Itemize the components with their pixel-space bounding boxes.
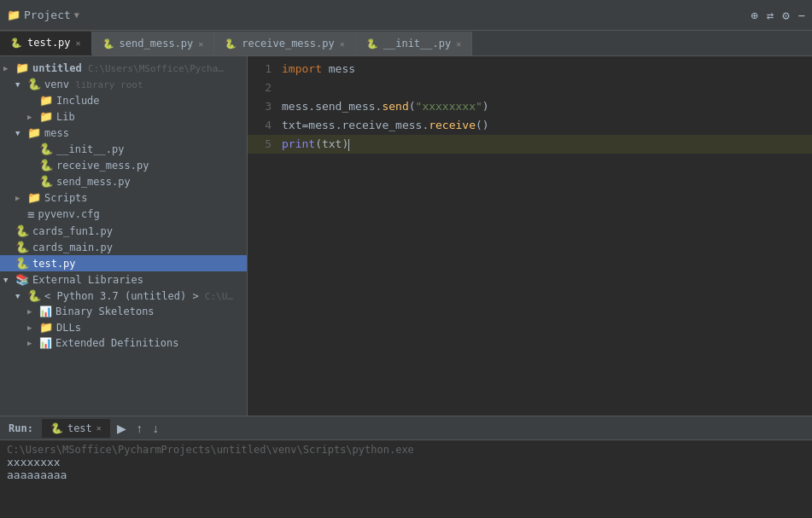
- line-number-4: 4: [248, 116, 282, 135]
- venv-icon: 🐍: [27, 78, 41, 90]
- folder-icon-external-libs: 📚: [15, 273, 29, 286]
- arrow-scripts: ▶: [15, 194, 27, 202]
- code-line-1: 1 import mess: [248, 60, 812, 79]
- run-play-button[interactable]: ▶: [114, 420, 130, 437]
- label-mess: mess: [44, 127, 69, 139]
- sidebar-item-untitled[interactable]: ▶ 📁 untitled C:\Users\MSoffice\Pycha…: [0, 60, 247, 76]
- add-module-icon[interactable]: ⊕: [751, 9, 757, 22]
- sidebar-item-pyvenv-cfg[interactable]: ≡ pyvenv.cfg: [0, 206, 247, 223]
- label-receive-mess-py: receive_mess.py: [56, 160, 149, 172]
- run-up-button[interactable]: ↑: [133, 420, 146, 437]
- label-send-mess-py: send_mess.py: [56, 176, 131, 188]
- run-down-button[interactable]: ↓: [149, 420, 162, 437]
- sidebar-item-receive-mess-py[interactable]: 🐍 receive_mess.py: [0, 157, 247, 173]
- project-label: Project: [24, 9, 71, 21]
- arrow-extended-defs: ▶: [27, 339, 39, 347]
- tab-close-init-py[interactable]: ✕: [456, 39, 461, 49]
- sidebar-item-venv[interactable]: ▼ 🐍 venv library root: [0, 76, 247, 92]
- top-bar: 📁 Project ▼ ⊕ ⇄ ⚙ −: [0, 0, 812, 31]
- line-content-1: import mess: [282, 60, 812, 79]
- line-number-5: 5: [248, 135, 282, 154]
- label-include: Include: [56, 95, 100, 107]
- sidebar-item-cards-main-py[interactable]: 🐍 cards_main.py: [0, 239, 247, 255]
- label-dlls: DLLs: [56, 322, 81, 334]
- tab-test-py[interactable]: 🐍 test.py ✕: [0, 32, 92, 55]
- file-icon-cards-fun1-py: 🐍: [15, 224, 29, 237]
- bottom-panel: Run: 🐍 test ✕ ▶ ↑ ↓ C:\Users\MSoffice\Py…: [0, 416, 812, 518]
- sidebar-item-binary-skeletons[interactable]: ▶ 📊 Binary Skeletons: [0, 304, 247, 319]
- sidebar-item-dlls[interactable]: ▶ 📁 DLLs: [0, 319, 247, 335]
- main-layout: ▶ 📁 untitled C:\Users\MSoffice\Pycha… ▼ …: [0, 56, 812, 416]
- line-number-2: 2: [248, 79, 282, 97]
- arrow-dlls: ▶: [27, 323, 39, 332]
- sidebar-item-external-libraries[interactable]: ▼ 📚 External Libraries: [0, 271, 247, 288]
- tab-close-receive-mess-py[interactable]: ✕: [340, 39, 345, 49]
- sidebar-item-test-py[interactable]: 🐍 test.py: [0, 255, 247, 271]
- project-sidebar: ▶ 📁 untitled C:\Users\MSoffice\Pycha… ▼ …: [0, 56, 248, 416]
- run-label: Run:: [0, 419, 42, 438]
- tab-label-test-py: test.py: [27, 37, 71, 49]
- code-line-2: 2: [248, 79, 812, 97]
- sort-icon[interactable]: ⇄: [767, 9, 774, 22]
- folder-icon-dlls: 📁: [39, 321, 53, 334]
- tab-close-send-mess-py[interactable]: ✕: [198, 39, 203, 49]
- editor-area[interactable]: 1 import mess 2 3 mess.send_mess.send("x…: [248, 56, 812, 416]
- file-icon-cards-main-py: 🐍: [15, 241, 29, 253]
- sidebar-item-cards-fun1-py[interactable]: 🐍 cards_fun1.py: [0, 223, 247, 239]
- folder-icon-binary-skeletons: 📊: [39, 306, 52, 317]
- folder-icon-lib: 📁: [39, 110, 53, 123]
- editor-content[interactable]: 1 import mess 2 3 mess.send_mess.send("x…: [248, 56, 812, 416]
- sidebar-item-scripts[interactable]: ▶ 📁 Scripts: [0, 189, 247, 206]
- tab-init-py[interactable]: 🐍 __init__.py ✕: [356, 32, 473, 55]
- tab-icon-test-py: 🐍: [10, 38, 22, 49]
- arrow-untitled: ▶: [3, 64, 15, 73]
- label-untitled: untitled C:\Users\MSoffice\Pycha…: [32, 62, 224, 74]
- tab-close-test-py[interactable]: ✕: [76, 38, 81, 48]
- run-output: C:\Users\MSoffice\PycharmProjects\untitl…: [0, 440, 812, 518]
- run-tab-test[interactable]: 🐍 test ✕: [42, 419, 110, 438]
- label-binary-skeletons: Binary Skeletons: [55, 306, 155, 317]
- run-tab-close[interactable]: ✕: [96, 423, 102, 433]
- label-pyvenv-cfg: pyvenv.cfg: [38, 208, 99, 220]
- minimize-icon[interactable]: −: [798, 9, 805, 22]
- tab-label-send-mess-py: send_mess.py: [120, 38, 194, 49]
- tab-bar: 🐍 test.py ✕ 🐍 send_mess.py ✕ 🐍 receive_m…: [0, 31, 812, 56]
- settings-icon[interactable]: ⚙: [782, 9, 789, 22]
- sidebar-item-include[interactable]: 📁 Include: [0, 92, 247, 108]
- label-external-libs: External Libraries: [32, 274, 143, 286]
- folder-icon-scripts: 📁: [27, 191, 41, 204]
- project-folder-icon: 📁: [7, 9, 20, 21]
- sidebar-item-python37[interactable]: ▼ 🐍 < Python 3.7 (untitled) > C:\U…: [0, 288, 247, 304]
- sidebar-item-init-py[interactable]: 🐍 __init__.py: [0, 141, 247, 157]
- label-python37: < Python 3.7 (untitled) > C:\U…: [44, 290, 233, 302]
- arrow-python37: ▼: [15, 292, 27, 300]
- sidebar-item-extended-definitions[interactable]: ▶ 📊 Extended Definitions: [0, 335, 247, 351]
- run-controls: ▶ ↑ ↓: [114, 420, 162, 437]
- project-title[interactable]: 📁 Project ▼: [7, 9, 79, 21]
- arrow-binary-skeletons: ▶: [27, 307, 39, 316]
- tab-receive-mess-py[interactable]: 🐍 receive_mess.py ✕: [214, 32, 355, 55]
- sidebar-item-lib[interactable]: ▶ 📁 Lib: [0, 108, 247, 125]
- run-tab-bar: Run: 🐍 test ✕ ▶ ↑ ↓: [0, 416, 812, 440]
- toolbar-icons: ⊕ ⇄ ⚙ −: [751, 9, 805, 22]
- python-icon-python37: 🐍: [27, 289, 41, 302]
- sidebar-item-mess[interactable]: ▼ 📁 mess: [0, 125, 247, 141]
- tab-label-init-py: __init__.py: [383, 38, 451, 49]
- code-line-5: 5 print(txt): [248, 135, 812, 154]
- arrow-external-libs: ▼: [3, 276, 15, 284]
- sidebar-item-send-mess-py[interactable]: 🐍 send_mess.py: [0, 173, 247, 189]
- run-output-line-1: xxxxxxxx: [7, 456, 805, 469]
- file-icon-init-py: 🐍: [39, 143, 53, 155]
- label-cards-fun1-py: cards_fun1.py: [32, 225, 113, 237]
- project-dropdown-icon[interactable]: ▼: [74, 10, 79, 20]
- file-icon-receive-mess-py: 🐍: [39, 159, 53, 172]
- tab-icon-init-py: 🐍: [366, 38, 378, 49]
- folder-icon-include: 📁: [39, 94, 53, 107]
- run-output-line-2: aaaaaaaaa: [7, 469, 805, 481]
- line-number-3: 3: [248, 97, 282, 116]
- folder-icon-mess: 📁: [27, 126, 41, 139]
- line-content-3: mess.send_mess.send("xxxxxxxx"): [282, 97, 812, 116]
- label-lib: Lib: [56, 111, 75, 123]
- arrow-lib: ▶: [27, 113, 39, 121]
- tab-send-mess-py[interactable]: 🐍 send_mess.py ✕: [92, 32, 215, 55]
